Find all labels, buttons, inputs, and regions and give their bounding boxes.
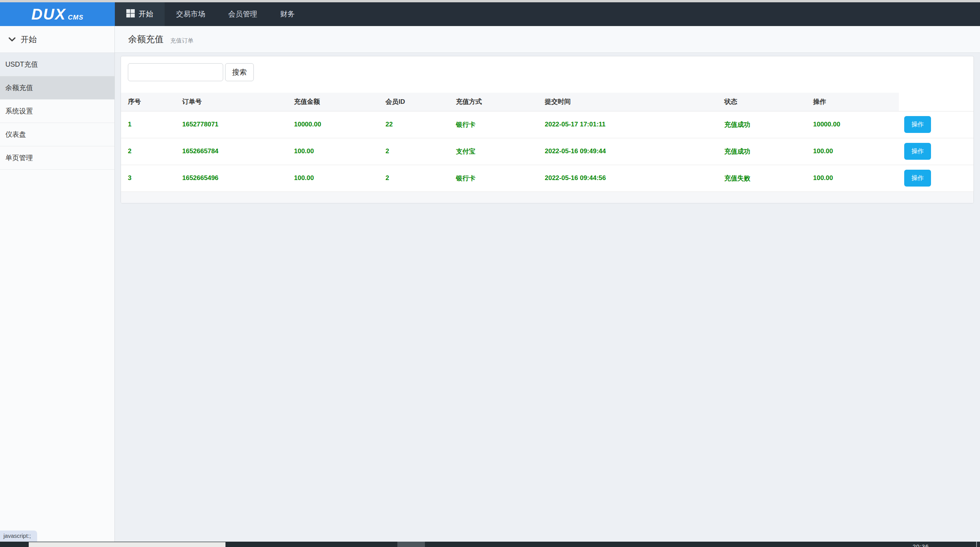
cell-action: 操作 (899, 111, 973, 138)
chevron-down-icon (8, 35, 16, 44)
page-header: 余额充值 充值订单 (115, 26, 980, 53)
table-row: 1 1652778071 10000.00 22 银行卡 2022-05-17 … (121, 111, 973, 138)
taskbar-clock: 20:36 (913, 543, 929, 547)
logo-text: DUX (31, 6, 66, 23)
cell-order-no: 1652778071 (175, 111, 287, 138)
top-navbar: DUX CMS 开始 交易市场 会员管理 财务 (0, 2, 980, 26)
cell-submit-time: 2022-05-16 09:44:56 (538, 165, 717, 192)
cell-amount: 10000.00 (287, 111, 379, 138)
cell-amount-2: 10000.00 (806, 111, 899, 138)
sidebar-item-label: 系统设置 (5, 106, 33, 116)
row-action-button[interactable]: 操作 (904, 170, 931, 187)
row-action-button[interactable]: 操作 (904, 116, 931, 133)
row-action-button[interactable]: 操作 (904, 143, 931, 160)
sidebar-item-balance-recharge[interactable]: 余额充值 (0, 76, 114, 100)
col-header-amount: 充值金额 (287, 93, 379, 111)
cell-status: 充值成功 (717, 138, 806, 165)
os-taskbar: 20:36 (0, 542, 980, 547)
sidebar-item-dashboard[interactable]: 仪表盘 (0, 123, 114, 146)
nav-item-label: 会员管理 (228, 9, 257, 19)
sidebar-section-label: 开始 (21, 34, 37, 45)
cell-order-no: 1652665496 (175, 165, 287, 192)
page-title: 余额充值 (128, 33, 163, 45)
sidebar-item-single-page[interactable]: 单页管理 (0, 146, 114, 170)
sidebar-item-label: 余额充值 (5, 83, 33, 92)
main-content: 余额充值 充值订单 搜索 序号 订单号 充值金额 (115, 26, 980, 542)
cell-action: 操作 (899, 138, 973, 165)
search-button[interactable]: 搜索 (225, 63, 254, 81)
cell-status: 充值成功 (717, 111, 806, 138)
content-panel: 搜索 序号 订单号 充值金额 会员ID 充值方式 提交时间 (121, 56, 974, 203)
logo-subtext: CMS (68, 14, 83, 21)
cell-method: 银行卡 (449, 111, 538, 138)
cell-amount-2: 100.00 (806, 165, 899, 192)
sidebar-item-usdt-recharge[interactable]: USDT充值 (0, 53, 114, 76)
nav-item-market[interactable]: 交易市场 (165, 2, 217, 26)
cell-status: 充值失败 (717, 165, 806, 192)
sidebar-item-label: USDT充值 (5, 60, 38, 69)
cell-action: 操作 (899, 165, 973, 192)
logo[interactable]: DUX CMS (0, 2, 115, 26)
sidebar: 开始 USDT充值 余额充值 系统设置 仪表盘 单页管理 (0, 26, 115, 542)
cell-amount-2: 100.00 (806, 138, 899, 165)
cell-submit-time: 2022-05-16 09:49:44 (538, 138, 717, 165)
windows-grid-icon (126, 9, 135, 20)
sidebar-item-system-settings[interactable]: 系统设置 (0, 100, 114, 123)
col-header-action: 操作 (806, 93, 899, 111)
col-header-status: 状态 (717, 93, 806, 111)
cell-member-id: 2 (379, 165, 449, 192)
table-row: 2 1652665784 100.00 2 支付宝 2022-05-16 09:… (121, 138, 973, 165)
table-footer-strip (121, 192, 973, 203)
cell-seq: 1 (121, 111, 175, 138)
sidebar-section-start[interactable]: 开始 (0, 26, 114, 53)
cell-amount: 100.00 (287, 138, 379, 165)
cell-order-no: 1652665784 (175, 138, 287, 165)
nav-item-start[interactable]: 开始 (115, 2, 165, 26)
cell-amount: 100.00 (287, 165, 379, 192)
cell-member-id: 22 (379, 111, 449, 138)
cell-method: 支付宝 (449, 138, 538, 165)
nav-item-finance[interactable]: 财务 (269, 2, 306, 26)
nav-item-members[interactable]: 会员管理 (217, 2, 269, 26)
col-header-seq: 序号 (121, 93, 175, 111)
cell-seq: 2 (121, 138, 175, 165)
sidebar-item-label: 仪表盘 (5, 130, 26, 139)
nav-item-label: 交易市场 (176, 9, 205, 19)
nav-item-label: 开始 (139, 9, 153, 19)
app-body: 开始 USDT充值 余额充值 系统设置 仪表盘 单页管理 余额充值 充值订单 搜… (0, 26, 980, 542)
sidebar-item-label: 单页管理 (5, 153, 33, 162)
nav-menu: 开始 交易市场 会员管理 财务 (115, 2, 306, 26)
cell-submit-time: 2022-05-17 17:01:11 (538, 111, 717, 138)
col-header-empty (899, 93, 973, 111)
col-header-member-id: 会员ID (379, 93, 449, 111)
col-header-submit-time: 提交时间 (538, 93, 717, 111)
cell-member-id: 2 (379, 138, 449, 165)
taskbar-show-desktop-edge[interactable] (976, 542, 977, 547)
status-link-hint: javascript:; (0, 531, 37, 542)
search-toolbar: 搜索 (121, 56, 973, 93)
search-input[interactable] (128, 63, 223, 81)
col-header-order-no: 订单号 (175, 93, 287, 111)
taskbar-active-app-button[interactable] (29, 542, 225, 547)
cell-method: 银行卡 (449, 165, 538, 192)
nav-item-label: 财务 (280, 9, 295, 19)
col-header-method: 充值方式 (449, 93, 538, 111)
breadcrumb: 充值订单 (170, 37, 193, 44)
recharge-orders-table: 序号 订单号 充值金额 会员ID 充值方式 提交时间 状态 操作 1 1652 (121, 93, 973, 192)
taskbar-app-button[interactable] (397, 542, 425, 547)
cell-seq: 3 (121, 165, 175, 192)
table-header-row: 序号 订单号 充值金额 会员ID 充值方式 提交时间 状态 操作 (121, 93, 973, 111)
table-row: 3 1652665496 100.00 2 银行卡 2022-05-16 09:… (121, 165, 973, 192)
